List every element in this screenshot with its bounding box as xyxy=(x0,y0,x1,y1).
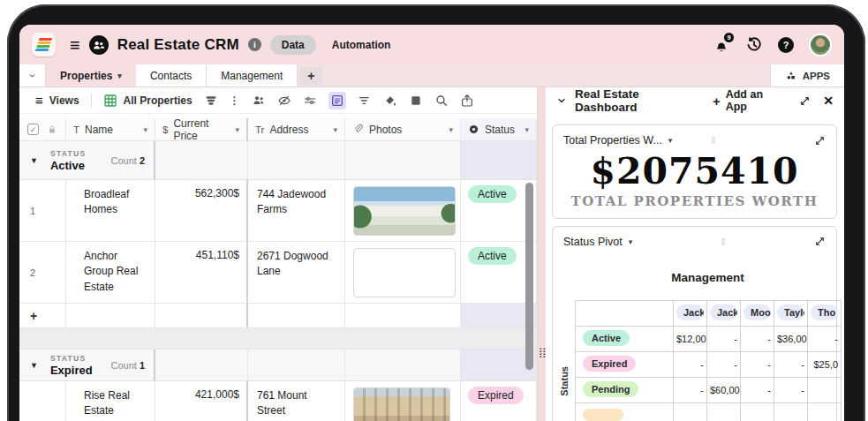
cell-address[interactable]: 744 Jadewood Farms xyxy=(248,180,345,242)
hamburger-menu-icon[interactable]: ≡ xyxy=(70,36,80,54)
cell-photos[interactable] xyxy=(345,381,461,421)
chevron-down-icon[interactable]: ▾ xyxy=(333,125,337,134)
dashboard-title: Real Estate Dashboard xyxy=(575,87,705,114)
cell-name[interactable]: Anchor Group Real Estate xyxy=(66,242,155,304)
pivot-col-header: Jack xyxy=(676,304,704,320)
views-menu-icon[interactable]: ≡ xyxy=(35,94,43,107)
row-number[interactable]: 1 xyxy=(19,180,66,242)
cell-address[interactable]: 2671 Dogwood Lane xyxy=(248,242,345,304)
widget-total-properties: Total Properties W... ▾ $2075410 TOTAL P… xyxy=(552,124,837,219)
add-row[interactable]: + xyxy=(19,304,537,328)
history-icon[interactable] xyxy=(745,36,763,54)
tab-list-chevron[interactable] xyxy=(19,64,46,86)
tab-properties[interactable]: Properties ▾ xyxy=(46,64,136,86)
widget-settings-icon[interactable] xyxy=(717,236,729,248)
pivot-column-group-label: Management xyxy=(575,271,841,284)
collaborators-icon[interactable] xyxy=(252,94,266,108)
widget-status-pivot: Status Pivot ▾ Management Status xyxy=(552,226,837,421)
pane-divider[interactable]: ⣿⣿ xyxy=(537,87,546,421)
stackby-logo[interactable] xyxy=(32,33,56,56)
widget-expand-icon[interactable] xyxy=(814,236,826,247)
help-icon[interactable]: ? xyxy=(778,37,794,53)
group-field-label: STATUS xyxy=(50,354,93,363)
row-height-icon[interactable] xyxy=(328,92,346,109)
drag-handle-icon[interactable]: ⣿⣿ xyxy=(539,348,546,378)
property-photo[interactable] xyxy=(353,186,456,236)
sort-icon[interactable] xyxy=(358,94,372,108)
total-worth-caption: TOTAL PROPERTIES WORTH xyxy=(553,193,836,209)
pivot-col-header: Moo xyxy=(743,304,771,320)
chevron-down-icon[interactable]: ▾ xyxy=(449,125,453,134)
chevron-down-icon[interactable]: ▾ xyxy=(143,125,147,134)
notifications-bell-icon[interactable]: 9 xyxy=(713,36,730,54)
property-photo[interactable] xyxy=(353,387,450,421)
cell-price[interactable]: 451,110$ xyxy=(155,242,248,304)
chevron-down-icon[interactable]: ▾ xyxy=(525,125,529,134)
hide-fields-icon[interactable] xyxy=(277,94,291,108)
tab-management[interactable]: Management xyxy=(207,64,298,86)
collapse-group-icon[interactable]: ▼ xyxy=(30,156,38,165)
column-header-name[interactable]: T Name ▾ xyxy=(66,118,155,141)
pivot-row-pending: Pending - $60,00 - - xyxy=(576,377,842,402)
expand-panel-icon[interactable] xyxy=(799,95,811,107)
apps-button[interactable]: APPS xyxy=(770,64,844,86)
device-bezel: ≡ Real Estate CRM i Data Automation 9 ? xyxy=(7,4,865,421)
widget-settings-icon[interactable] xyxy=(707,134,720,147)
widget-expand-icon[interactable] xyxy=(814,135,826,147)
add-table-button[interactable]: + xyxy=(299,67,322,85)
views-label[interactable]: Views xyxy=(49,94,79,107)
cell-price[interactable]: 421,000$ xyxy=(155,381,248,421)
share-icon[interactable] xyxy=(460,94,474,108)
add-row-plus-icon[interactable]: + xyxy=(19,304,66,328)
notification-count-badge: 9 xyxy=(724,33,734,42)
collapse-group-icon[interactable]: ▼ xyxy=(30,361,38,370)
add-an-app-button[interactable]: + Add an App xyxy=(713,88,787,113)
data-grid: ✓ T Name ▾ $ Current Price xyxy=(19,118,537,421)
checkbox-icon[interactable]: ✓ xyxy=(27,124,39,135)
fill-color-icon[interactable] xyxy=(383,94,397,108)
pivot-table: Management Status Jack Jack Moo Taylo Th… xyxy=(575,271,844,421)
group-header-expired: ▼ STATUS Expired Count1 xyxy=(19,350,537,381)
column-header-status[interactable]: Status ▾ xyxy=(461,118,537,141)
stack-icon[interactable] xyxy=(204,94,218,108)
table-row: 1 Broadleaf Homes 562,300$ 744 Jadewood … xyxy=(19,180,537,242)
grid-view-icon[interactable] xyxy=(103,94,117,108)
column-header-current-price[interactable]: $ Current Price ▾ xyxy=(155,118,248,141)
tab-contacts[interactable]: Contacts xyxy=(136,64,207,86)
chevron-down-icon[interactable] xyxy=(556,95,567,106)
widget-name-dropdown[interactable]: Total Properties W... ▾ xyxy=(563,134,672,147)
color-swatch-icon[interactable] xyxy=(409,94,423,108)
group-field-label: STATUS xyxy=(50,149,87,158)
column-header-photos[interactable]: Photos ▾ xyxy=(345,118,461,141)
row-number[interactable]: 3 xyxy=(19,381,66,421)
cell-price[interactable]: 562,300$ xyxy=(155,180,248,242)
kebab-menu-icon[interactable]: ⋮ xyxy=(230,94,240,107)
user-avatar[interactable] xyxy=(809,34,832,56)
filter-icon[interactable] xyxy=(303,94,317,108)
chevron-down-icon: ▾ xyxy=(629,237,633,246)
cell-name[interactable]: Rise Real Estate xyxy=(66,381,155,421)
search-icon[interactable] xyxy=(434,94,449,108)
status-badge: Active xyxy=(468,185,517,203)
status-badge: Pending xyxy=(583,381,638,397)
cell-name[interactable]: Broadleaf Homes xyxy=(66,180,155,242)
workspace-members-icon[interactable] xyxy=(89,35,109,55)
automation-tab-button[interactable]: Automation xyxy=(332,39,391,51)
select-all-cell[interactable]: ✓ xyxy=(19,118,66,141)
table-scrollbar[interactable] xyxy=(525,183,533,370)
cell-photos[interactable] xyxy=(345,180,461,242)
chevron-down-icon[interactable]: ▾ xyxy=(235,125,239,134)
row-number[interactable]: 2 xyxy=(19,242,66,304)
info-icon[interactable]: i xyxy=(248,38,261,51)
cell-address[interactable]: 761 Mount Street xyxy=(248,381,345,421)
view-toolbar: ≡ Views All Properties ⋮ xyxy=(19,87,537,114)
cell-status[interactable]: Expired xyxy=(461,381,537,421)
view-name[interactable]: All Properties xyxy=(124,94,192,107)
data-tab-button[interactable]: Data xyxy=(270,35,316,55)
group-gap xyxy=(19,328,537,350)
close-icon[interactable]: ✕ xyxy=(823,94,834,108)
widget-name-dropdown[interactable]: Status Pivot ▾ xyxy=(563,236,632,248)
property-photo[interactable] xyxy=(353,248,456,297)
column-header-address[interactable]: Tr Address ▾ xyxy=(248,118,345,141)
cell-photos[interactable] xyxy=(345,242,461,304)
